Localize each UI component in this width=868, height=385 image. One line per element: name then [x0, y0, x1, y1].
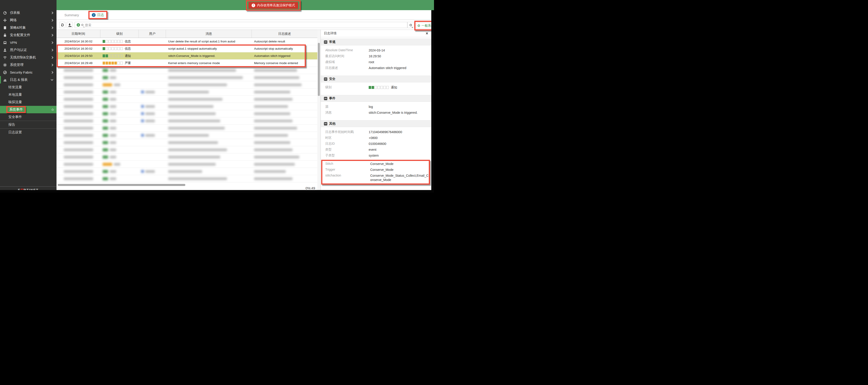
- fortigate-log-viewer: 仪表板网络策略&对象安全配置文件VPN用户与认证无线控制&交换机系统管理Secu…: [0, 0, 434, 193]
- field-row: 源log: [321, 105, 431, 111]
- table-row-redacted-0[interactable]: [57, 67, 317, 74]
- section-fields: 日志事件初始时间戳1710404989676486000时区+0800日志ID0…: [321, 127, 431, 187]
- sidebar-item-8[interactable]: Security Fabric: [0, 69, 57, 76]
- tab-summary[interactable]: Summary: [64, 13, 79, 17]
- field-value: event: [369, 148, 427, 152]
- sidebar-subitem-4[interactable]: 安全事件: [0, 113, 57, 121]
- severity-bar: [103, 55, 123, 57]
- field-value: Automation stitch triggered: [369, 66, 427, 70]
- collapse-icon[interactable]: [324, 40, 327, 44]
- collapse-icon[interactable]: [324, 122, 327, 126]
- sidebar-item-3[interactable]: 安全配置文件: [0, 31, 57, 39]
- sidebar-item-label: VPN: [10, 41, 51, 44]
- table-row-2[interactable]: 2024/03/14 16:29:50通知stitch:Conserve_Mod…: [57, 53, 317, 60]
- vertical-scrollbar-thumb[interactable]: [318, 43, 320, 96]
- field-row: 时区+0800: [321, 136, 431, 142]
- table-row-redacted-6[interactable]: [57, 110, 317, 117]
- sidebar-subitem-label: 转发流量: [8, 85, 22, 90]
- sidebar-item-6[interactable]: 无线控制&交换机: [0, 54, 57, 61]
- sidebar-item-5[interactable]: 用户与认证: [0, 46, 57, 54]
- sidebar-item-2[interactable]: 策略&对象: [0, 24, 57, 31]
- table-row-redacted-5[interactable]: [57, 103, 317, 110]
- table-row-3[interactable]: 2024/03/14 16:29:49严重Kernel enters memor…: [57, 60, 317, 67]
- conserve-mode-warning-button[interactable]: ! 内存使用率高激活保护模式: [248, 2, 298, 9]
- column-header-3[interactable]: 消息: [166, 30, 252, 38]
- sidebar-subitem-6[interactable]: 日志设置: [0, 129, 57, 136]
- field-value: 1710404989676486000: [369, 130, 427, 134]
- table-row-redacted-15[interactable]: [57, 175, 317, 182]
- log-detail-panel: 日志详情 × 常规Absolute Date/Time2024-03-14最后访…: [320, 30, 431, 190]
- table-row-redacted-2[interactable]: [57, 81, 317, 89]
- section-header[interactable]: 事件: [321, 95, 431, 102]
- annotation-box-log-tab: i 日志: [88, 11, 107, 19]
- table-row-redacted-14[interactable]: [57, 168, 317, 175]
- sidebar-subitem-2[interactable]: 嗅探流量: [0, 98, 57, 106]
- table-row-0[interactable]: 2024/03/14 16:30:02信息User delete the res…: [57, 38, 317, 45]
- field-value: +0800: [369, 136, 427, 140]
- chevron-right-icon: [51, 64, 53, 66]
- collapse-icon[interactable]: [324, 77, 327, 81]
- star-icon[interactable]: ☆: [51, 107, 54, 112]
- dashboard-icon: [3, 11, 8, 15]
- close-icon[interactable]: ×: [426, 31, 428, 35]
- sidebar-item-4[interactable]: VPN: [0, 39, 57, 46]
- section-header[interactable]: 其他: [321, 120, 431, 127]
- user-icon: [141, 134, 144, 137]
- table-row-redacted-10[interactable]: [57, 139, 317, 146]
- add-filter-icon[interactable]: +: [76, 23, 80, 27]
- field-label: 消息: [321, 111, 369, 115]
- cell-level: 严重: [100, 60, 139, 67]
- table-row-redacted-7[interactable]: [57, 117, 317, 125]
- search-input[interactable]: [85, 23, 405, 27]
- refresh-button[interactable]: [59, 22, 65, 28]
- field-value: 2024-03-14: [369, 48, 427, 53]
- collapse-icon[interactable]: [324, 97, 327, 100]
- annotation-box-sysevents: 系统事件: [6, 106, 26, 113]
- sidebar-item-9[interactable]: 日志 & 报表: [0, 76, 57, 83]
- user-icon: [141, 105, 144, 108]
- user-icon: [141, 119, 144, 122]
- table-row-redacted-9[interactable]: [57, 132, 317, 139]
- table-row-1[interactable]: 2024/03/14 16:30:02信息script autod.1 stop…: [57, 45, 317, 53]
- security-fabric-icon: [3, 70, 8, 74]
- table-row-redacted-4[interactable]: [57, 96, 317, 103]
- table-row-redacted-13[interactable]: [57, 161, 317, 168]
- section-header[interactable]: 安全: [321, 76, 431, 82]
- policy-objects-icon: [3, 26, 8, 30]
- table-row-redacted-3[interactable]: [57, 89, 317, 96]
- field-label: stitchaction: [322, 174, 370, 177]
- right-scrollbar-strip[interactable]: [431, 10, 434, 193]
- warning-label: 内存使用率高激活保护模式: [257, 3, 295, 7]
- sidebar-item-label: 日志 & 报表: [10, 78, 51, 82]
- sidebar-subitem-1[interactable]: 本地流量: [0, 91, 57, 98]
- sidebar-subitem-3[interactable]: 系统事件☆: [0, 106, 57, 113]
- vertical-scrollbar-track[interactable]: [317, 30, 320, 190]
- tab-log[interactable]: i 日志: [92, 13, 104, 17]
- sidebar-item-7[interactable]: 系统管理: [0, 61, 57, 69]
- vpn-icon: [3, 41, 8, 45]
- section-fields: Absolute Date/Time2024-03-14最后访问时间16:29:…: [321, 45, 431, 74]
- download-button[interactable]: [67, 22, 73, 28]
- table-row-redacted-12[interactable]: [57, 153, 317, 161]
- sidebar: 仪表板网络策略&对象安全配置文件VPN用户与认证无线控制&交换机系统管理Secu…: [0, 0, 57, 193]
- field-value: log: [369, 105, 427, 109]
- column-header-4[interactable]: 日志描述: [252, 30, 317, 38]
- redacted-row-content: [57, 153, 317, 161]
- table-row-redacted-11[interactable]: [57, 146, 317, 153]
- column-header-1[interactable]: 级别: [100, 30, 139, 38]
- search-field[interactable]: +: [74, 22, 407, 28]
- section-header[interactable]: 常规: [321, 39, 431, 45]
- horizontal-scrollbar[interactable]: [58, 184, 185, 186]
- sidebar-item-1[interactable]: 网络: [0, 16, 57, 24]
- search-submit-button[interactable]: [407, 22, 414, 28]
- field-label: Absolute Date/Time: [321, 48, 369, 52]
- redacted-row-content: [57, 125, 317, 132]
- sidebar-subitem-0[interactable]: 转发流量: [0, 83, 57, 91]
- sidebar-item-0[interactable]: 仪表板: [0, 9, 57, 16]
- table-row-redacted-8[interactable]: [57, 125, 317, 132]
- column-header-0[interactable]: 日期/时间: [57, 30, 100, 38]
- sidebar-subitem-5[interactable]: 报告: [0, 121, 57, 129]
- user-auth-icon: [3, 48, 8, 52]
- column-header-2[interactable]: 用户: [139, 30, 166, 38]
- table-row-redacted-1[interactable]: [57, 74, 317, 81]
